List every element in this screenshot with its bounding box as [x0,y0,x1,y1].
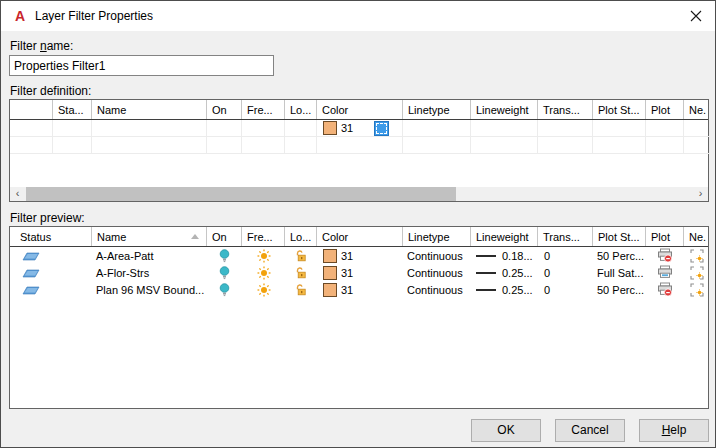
lineweight-value: 0.25... [502,282,533,298]
definition-row-selector[interactable] [10,120,53,137]
definition-col-transparency[interactable]: Trans... [538,100,593,119]
preview-col-newvp[interactable]: Ne. [684,227,710,246]
definition-cell-newvp[interactable] [684,120,710,137]
definition-cell-plotstyle[interactable] [593,120,646,137]
plot-disabled-icon [646,281,684,298]
bulb-on-icon [219,249,230,263]
scroll-left-arrow-icon[interactable]: ‹ [10,187,25,201]
definition-empty-row[interactable] [10,137,708,154]
preview-col-lineweight[interactable]: Lineweight [471,227,538,246]
filter-name-input[interactable] [9,55,274,76]
definition-cell[interactable] [403,137,471,154]
preview-col-name[interactable]: Name [92,227,207,246]
preview-col-status[interactable]: Status [10,227,92,246]
definition-cell-on[interactable] [207,120,242,137]
definition-cell[interactable] [684,137,710,154]
layer-status-icon [22,251,40,261]
sun-thawed-icon [242,281,285,298]
definition-cell[interactable] [207,137,242,154]
preview-col-linetype[interactable]: Linetype [403,227,471,246]
definition-col-status[interactable]: Sta... [53,100,92,119]
preview-col-freeze[interactable]: Fre... [242,227,285,246]
definition-criteria-row[interactable]: 31 [10,120,708,137]
color-swatch [323,283,337,297]
definition-cell[interactable] [317,137,403,154]
preview-col-lock[interactable]: Lo... [285,227,317,246]
preview-col-color[interactable]: Color [317,227,403,246]
layer-plotstyle: Full Sat... [593,264,646,281]
definition-col-name[interactable]: Name [92,100,207,119]
definition-col-on[interactable]: On [207,100,242,119]
definition-cell[interactable] [538,137,593,154]
definition-horizontal-scrollbar[interactable]: ‹ › [10,187,708,201]
cancel-button[interactable]: Cancel [555,419,625,442]
preview-col-name-label: Name [97,228,126,246]
lineweight-value: 0.18... [502,248,533,264]
definition-cell[interactable] [92,137,207,154]
definition-col-lock[interactable]: Lo... [285,100,317,119]
definition-cell-plot[interactable] [646,120,684,137]
help-button[interactable]: Help [639,419,709,442]
layer-color-cell: 31 [317,247,403,264]
definition-col-plotstyle[interactable]: Plot St... [593,100,646,119]
close-icon [690,10,702,22]
preview-col-transparency[interactable]: Trans... [538,227,593,246]
definition-col-color[interactable]: Color [317,100,403,119]
preview-col-on[interactable]: On [207,227,242,246]
definition-cell[interactable] [285,137,317,154]
window-title: Layer Filter Properties [35,9,153,23]
help-label: elp [670,423,686,437]
definition-col-newvp[interactable]: Ne. [684,100,710,119]
focused-cell-indicator[interactable] [374,121,389,136]
color-value: 31 [341,282,353,298]
definition-col-lineweight[interactable]: Lineweight [471,100,538,119]
scroll-right-arrow-icon[interactable]: › [693,187,708,201]
ok-button[interactable]: OK [471,419,541,442]
definition-col-linetype[interactable]: Linetype [403,100,471,119]
definition-col-freeze[interactable]: Fre... [242,100,285,119]
definition-cell[interactable] [242,137,285,154]
lineweight-sample [476,255,496,257]
definition-row-selector[interactable] [10,137,53,154]
plot-disabled-icon [646,247,684,264]
color-value: 31 [341,248,353,264]
definition-cell[interactable] [593,137,646,154]
definition-col-selector[interactable] [10,100,53,119]
definition-cell-name[interactable] [92,120,207,137]
preview-col-plotstyle[interactable]: Plot St... [593,227,646,246]
definition-cell-freeze[interactable] [242,120,285,137]
filter-name-label: Filter name: [10,39,73,53]
lineweight-sample [476,289,496,291]
lock-open-icon [285,247,317,264]
definition-header-row: Sta... Name On Fre... Lo... Color Linety… [10,100,708,120]
close-button[interactable] [686,8,706,26]
definition-cell[interactable] [471,137,538,154]
definition-col-plot[interactable]: Plot [646,100,684,119]
layer-name: A-Area-Patt [92,247,207,264]
definition-cell-linetype[interactable] [403,120,471,137]
layer-plotstyle: 50 Perc... [593,281,646,298]
definition-cell-lineweight[interactable] [471,120,538,137]
preview-col-plot[interactable]: Plot [646,227,684,246]
color-swatch [323,266,337,280]
scrollbar-thumb[interactable] [26,187,456,201]
definition-cell[interactable] [646,137,684,154]
bulb-on-icon [219,283,230,297]
definition-cell-transparency[interactable] [538,120,593,137]
layer-status-cell [10,281,92,298]
layer-lineweight-cell: 0.25... [471,281,538,298]
definition-cell-lock[interactable] [285,120,317,137]
layer-row[interactable]: Plan 96 MSV Bound... 31 Continuous [10,281,708,298]
layer-linetype: Continuous [403,281,471,298]
layer-color-cell: 31 [317,264,403,281]
layer-status-cell [10,247,92,264]
layer-filter-properties-dialog: A Layer Filter Properties Filter name: F… [0,0,716,448]
layer-linetype: Continuous [403,264,471,281]
definition-cell-status[interactable] [53,120,92,137]
layer-row[interactable]: A-Flor-Strs 31 Continuous [10,264,708,281]
definition-cell[interactable] [53,137,92,154]
layer-lineweight-cell: 0.25... [471,264,538,281]
layer-row[interactable]: A-Area-Patt 31 Continuous [10,247,708,264]
layer-name: Plan 96 MSV Bound... [92,281,207,298]
definition-cell-color[interactable]: 31 [317,120,403,137]
